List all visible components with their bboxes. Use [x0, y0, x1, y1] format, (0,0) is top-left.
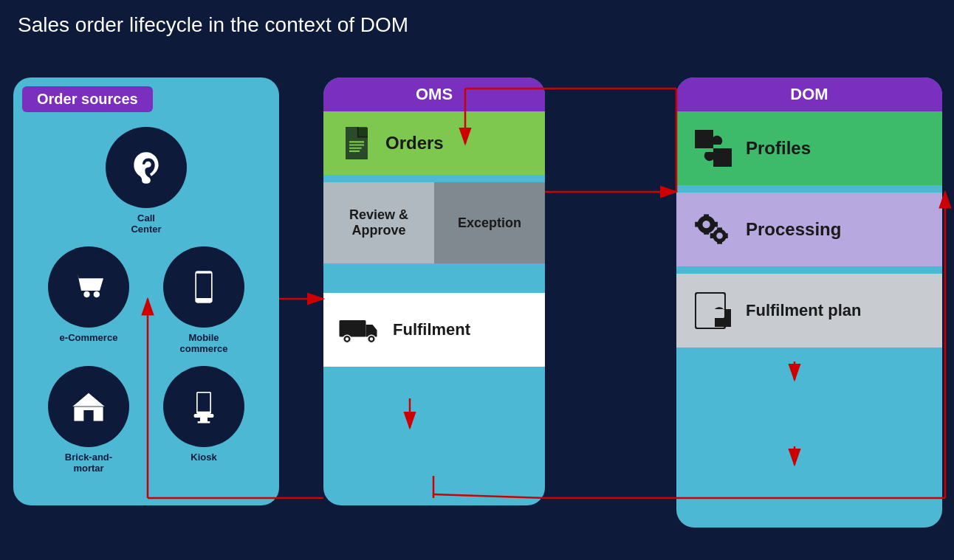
call-center-icon-circle: [106, 127, 187, 208]
dom-profiles-label: Profiles: [746, 138, 811, 159]
building-icon: [70, 388, 107, 425]
mobile-icon: [185, 269, 222, 305]
gears-icon: [691, 207, 735, 252]
mobile-icon-circle: [163, 246, 244, 328]
oms-review-section: Review &Approve Exception: [323, 182, 545, 263]
fulfilment-plan-icon: [691, 288, 735, 333]
dom-gap2: [676, 266, 942, 274]
oms-box: OMS Orders Review &Approve Exception: [323, 77, 545, 505]
oms-header: OMS: [323, 77, 545, 111]
brick-label: Brick-and-mortar: [65, 452, 112, 474]
svg-rect-26: [695, 222, 700, 227]
mobile-label: Mobilecommerce: [179, 332, 227, 354]
oms-exception-label: Exception: [434, 182, 545, 263]
svg-point-23: [703, 221, 710, 228]
call-center-label: CallCenter: [131, 212, 161, 235]
kiosk-icon: [185, 388, 222, 425]
svg-rect-9: [194, 414, 214, 418]
brick-icon-circle: [48, 366, 129, 447]
dom-processing-section: Processing: [676, 193, 942, 266]
svg-rect-33: [724, 233, 728, 238]
circle-call-center: CallCenter: [106, 127, 187, 235]
dom-fulfilment-plan-label: Fulfilment plan: [746, 301, 861, 320]
ecommerce-label: e-Commerce: [60, 332, 118, 343]
circle-brick: Brick-and-mortar: [48, 366, 129, 474]
dom-profiles-section: Profiles: [676, 111, 942, 185]
ecommerce-icon-circle: [48, 246, 129, 328]
orders-doc-icon: [338, 125, 375, 162]
svg-point-21: [370, 337, 374, 341]
svg-rect-5: [83, 410, 93, 421]
circle-kiosk: Kiosk: [163, 366, 244, 474]
oms-orders-section: Orders: [323, 111, 545, 175]
svg-marker-4: [72, 393, 104, 407]
dom-fulfilment-section: Fulfilment plan: [676, 274, 942, 348]
oms-gap1: [323, 175, 545, 182]
order-sources-label: Order sources: [22, 86, 153, 112]
svg-rect-1: [196, 274, 211, 298]
svg-rect-17: [340, 320, 366, 337]
circle-ecommerce: e-Commerce: [48, 246, 129, 354]
circles-container: CallCenter e-Commerce: [22, 127, 270, 474]
diagram-area: Order sources CallCenter e-Comme: [0, 55, 954, 560]
svg-rect-31: [717, 240, 722, 244]
oms-gap2: [323, 263, 545, 271]
oms-gap3: [323, 271, 545, 278]
kiosk-icon-circle: [163, 366, 244, 447]
svg-rect-30: [717, 227, 722, 232]
order-sources-box: Order sources CallCenter e-Comme: [13, 77, 279, 505]
oms-orders-label: Orders: [385, 133, 444, 153]
oms-fulfilment-label: Fulfilment: [393, 320, 470, 339]
oms-gap4: [323, 278, 545, 286]
dom-box: DOM Profiles: [676, 77, 942, 528]
dom-processing-label: Processing: [746, 219, 841, 240]
svg-rect-8: [198, 393, 210, 412]
ear-icon: [128, 149, 165, 186]
cart-icon: [70, 269, 107, 305]
svg-point-19: [346, 337, 349, 341]
truck-icon: [338, 308, 382, 352]
svg-rect-24: [704, 214, 709, 219]
circle-mobile: Mobilecommerce: [163, 246, 244, 354]
oms-fulfilment-section: Fulfilment: [323, 293, 545, 367]
svg-rect-25: [704, 229, 709, 235]
svg-rect-27: [713, 222, 718, 227]
svg-rect-11: [198, 421, 210, 424]
svg-point-2: [202, 300, 205, 302]
svg-point-29: [717, 233, 722, 238]
dom-gap1: [676, 185, 942, 193]
page-title: Sales order lifecycle in the context of …: [0, 0, 954, 44]
dom-header: DOM: [676, 77, 942, 111]
svg-rect-32: [710, 233, 715, 238]
puzzle-icon: [691, 126, 735, 170]
oms-review-label: Review &Approve: [323, 182, 434, 263]
kiosk-label: Kiosk: [191, 452, 216, 463]
